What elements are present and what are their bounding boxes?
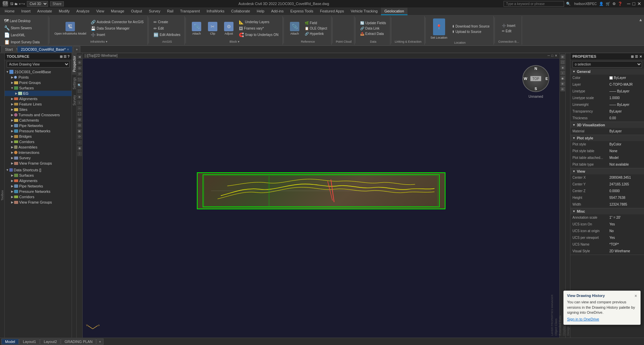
- drawing-minimize[interactable]: ─: [548, 54, 550, 57]
- settings-icon[interactable]: ⚙: [612, 2, 616, 6]
- prospector-tab[interactable]: Prospector: [72, 53, 76, 75]
- doc-tab-new[interactable]: +: [73, 46, 80, 52]
- btn-edit-attributes[interactable]: 🔤 Edit Attributes: [152, 32, 182, 38]
- object-class-label[interactable]: Object Class: [554, 53, 558, 338]
- btn-attach[interactable]: 📎 Attach: [189, 21, 204, 36]
- notification-close[interactable]: ×: [635, 294, 637, 298]
- tab-manage[interactable]: Manage: [108, 8, 128, 15]
- tree-item-alignments[interactable]: ▶ Alignments: [5, 96, 72, 101]
- dsb-btn4[interactable]: ↺: [77, 72, 82, 76]
- tab-modify[interactable]: Modify: [55, 8, 73, 15]
- btn-edit[interactable]: ✏ Edit: [152, 26, 182, 32]
- dsb-btn6[interactable]: 🔍: [77, 83, 82, 88]
- dsb-btn18[interactable]: ⋮: [77, 152, 82, 156]
- btn-ole-object[interactable]: 📋OLE Object: [303, 26, 329, 31]
- btn-field[interactable]: 🌿Field: [303, 20, 329, 26]
- notification-link[interactable]: Sign in to OneDrive: [567, 317, 599, 321]
- btn-snap-underlays[interactable]: 🧲 Snap to Underlays ON: [238, 32, 280, 38]
- dsb-btn8[interactable]: ◈: [77, 94, 82, 99]
- btn-set-location[interactable]: 📍 Set Location: [429, 17, 449, 40]
- tab-express-tools[interactable]: Express Tools: [287, 8, 316, 15]
- properties-select[interactable]: o selection: [572, 61, 642, 68]
- tree-item-pressure-networks[interactable]: ▶ Pressure Networks: [5, 128, 72, 134]
- dsb-btn2[interactable]: ⊕: [77, 60, 82, 65]
- tree-item-assemblies[interactable]: ▶ Assemblies: [5, 144, 72, 150]
- tree-item-pipe-networks[interactable]: ▶ Pipe Networks: [5, 123, 72, 128]
- btn-open-infraworks[interactable]: 🏗 Open InfraWorks Model: [53, 21, 88, 36]
- tree-item-point-groups[interactable]: ▶ Point Groups: [5, 80, 72, 85]
- user-icon[interactable]: 👤: [599, 2, 604, 6]
- btn-update-fields[interactable]: 🔄Update Fields: [359, 20, 387, 26]
- dsb-btn9[interactable]: ↕: [77, 100, 82, 105]
- tab-layout2[interactable]: Layout2: [40, 339, 60, 345]
- tree-item-view-frame-groups[interactable]: ▶ View Frame Groups: [5, 161, 72, 166]
- tree-item-sites[interactable]: ▶ Sites: [5, 107, 72, 112]
- tree-item-intersections[interactable]: ▶ Intersections: [5, 150, 72, 155]
- props-btn1[interactable]: ⊞: [631, 55, 634, 58]
- search-icon[interactable]: 🔍: [566, 2, 571, 6]
- dsb-btn16[interactable]: ◦: [77, 140, 82, 145]
- toolspace-help[interactable]: ?: [68, 55, 70, 58]
- dsb-btn14[interactable]: ▣: [77, 129, 82, 133]
- tab-collaborate[interactable]: Collaborate: [228, 8, 253, 15]
- dsb-btn10[interactable]: ↔: [77, 106, 82, 111]
- props-section-header-general[interactable]: ▼ General: [570, 69, 644, 75]
- doc-tab-start[interactable]: Start: [1, 46, 16, 52]
- minimize-btn[interactable]: ─: [627, 1, 631, 6]
- settings-tab[interactable]: Settings: [72, 75, 76, 92]
- btn-extract-data[interactable]: 📤Extract Data: [359, 31, 387, 36]
- doc-tab-close[interactable]: ×: [67, 48, 69, 51]
- ribbon-collapse-btn[interactable]: ▲: [639, 17, 643, 22]
- tab-model[interactable]: Model: [1, 339, 19, 345]
- props-section-header-3d[interactable]: ▼ 3D Visualization: [570, 122, 644, 128]
- dsb-btn1[interactable]: ◀: [77, 54, 82, 59]
- dsb-btn13[interactable]: ⊟: [77, 123, 82, 128]
- tab-geolocation[interactable]: Geolocation: [381, 8, 407, 15]
- tree-item-corridors[interactable]: ▶ Corridors: [5, 139, 72, 144]
- workspace-selector[interactable]: Civil 3D: [27, 1, 48, 7]
- tree-item-turnouts[interactable]: ▶ Turnouts and Crossovers: [5, 112, 72, 118]
- tree-item-ds-corridors[interactable]: ▶ Corridors: [5, 194, 72, 200]
- tree-item-survey[interactable]: ▶ Survey: [5, 155, 72, 161]
- canvas-area[interactable]: N S E W TOP Unnamed X Y: [83, 58, 559, 336]
- dsb-btn17[interactable]: ◉: [77, 146, 82, 150]
- tab-survey[interactable]: Survey: [145, 8, 164, 15]
- btn-import-survey[interactable]: 📋 Import Survey Data: [3, 39, 45, 45]
- close-btn[interactable]: ✕: [637, 1, 641, 6]
- toolbox-side[interactable]: Toolbox: [0, 53, 5, 338]
- tree-item-ds-surfaces[interactable]: ▶ Surfaces: [5, 173, 72, 178]
- dsb-btn12[interactable]: ⊞: [77, 117, 82, 122]
- props-section-header-plot[interactable]: ▼ Plot style: [570, 135, 644, 141]
- btn-create[interactable]: ✏ Create: [152, 19, 182, 25]
- btn-download-source[interactable]: ⬇Download from Source: [450, 24, 491, 29]
- btn-underlay-layers[interactable]: 📐 Underlay Layers: [238, 19, 280, 25]
- btn-data-link[interactable]: 🔗Data Link: [359, 26, 387, 31]
- share-button[interactable]: Share: [50, 1, 64, 6]
- tree-item-ds-pressure-networks[interactable]: ▶ Pressure Networks: [5, 189, 72, 194]
- tab-help[interactable]: Help: [253, 8, 268, 15]
- tree-item-points[interactable]: ▶ Points: [5, 75, 72, 80]
- btn-insert2[interactable]: ➕Insert: [501, 23, 517, 28]
- extended-data-label[interactable]: Extended Data: [558, 53, 562, 338]
- maximize-btn[interactable]: □: [633, 1, 635, 6]
- tree-item-surfaces[interactable]: ▼ Surfaces: [5, 85, 72, 91]
- dsb-btn7[interactable]: ⬚: [77, 89, 82, 93]
- props-close[interactable]: ✕: [639, 55, 642, 58]
- btn-upload-source[interactable]: ⬆Upload to Source: [450, 29, 491, 34]
- dsb-btn11[interactable]: ⛶: [77, 112, 82, 116]
- cart-icon[interactable]: 🛒: [606, 2, 610, 6]
- tab-vehicle-tracking[interactable]: Vehicle Tracking: [347, 8, 381, 15]
- props-btn2[interactable]: ☰: [635, 55, 638, 58]
- help-icon[interactable]: ❓: [618, 2, 622, 6]
- active-view-select[interactable]: Active Drawing View Master View: [7, 61, 70, 68]
- survey-side-tab[interactable]: Survey: [72, 92, 76, 108]
- btn-adjust[interactable]: ⚙ Adjust: [221, 21, 236, 36]
- tab-insert[interactable]: Insert: [18, 8, 34, 15]
- btn-attach2[interactable]: 📎 Attach: [287, 21, 302, 36]
- tab-output[interactable]: Output: [128, 8, 145, 15]
- btn-storm-sewers[interactable]: 🔧 Storm Sewers: [3, 25, 45, 31]
- tab-home[interactable]: Home: [1, 8, 18, 15]
- tree-item-ds-alignments[interactable]: ▶ Alignments: [5, 178, 72, 183]
- tab-grading-plan[interactable]: GRADING PLAN: [61, 339, 96, 345]
- tab-layout1[interactable]: Layout1: [19, 339, 40, 345]
